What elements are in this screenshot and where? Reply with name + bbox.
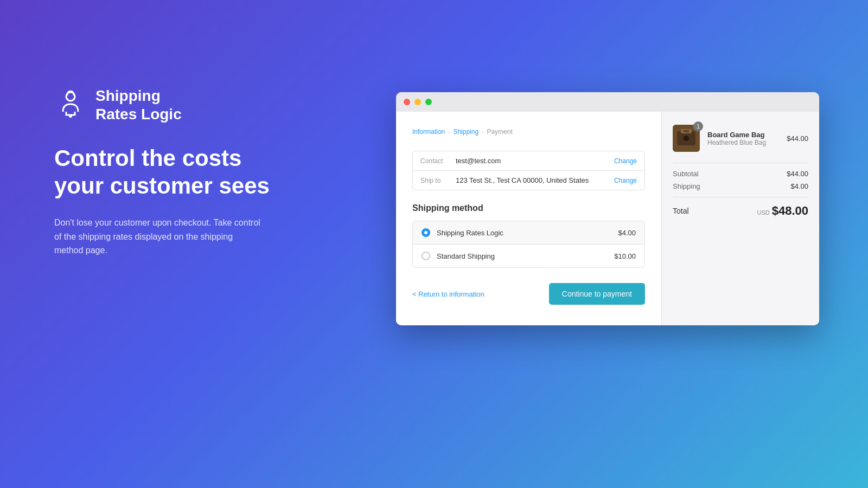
breadcrumb-payment: Payment	[487, 128, 512, 136]
subtotal-row: Subtotal $44.00	[673, 170, 808, 178]
left-panel: Shipping Rates Logic Control the costs y…	[54, 87, 326, 258]
item-price: $44.00	[787, 134, 808, 143]
subtotal-value: $44.00	[787, 170, 808, 178]
total-amount: $48.00	[772, 204, 808, 218]
option-name-0: Shipping Rates Logic	[437, 229, 611, 237]
dot-green[interactable]	[425, 99, 432, 105]
subtotal-label: Subtotal	[673, 170, 699, 178]
radio-standard-shipping[interactable]	[422, 252, 430, 260]
logo-area: Shipping Rates Logic	[54, 87, 326, 123]
radio-shipping-rates-logic[interactable]	[422, 228, 430, 237]
continue-to-payment-button[interactable]: Continue to payment	[549, 283, 645, 305]
browser-titlebar	[396, 92, 819, 112]
divider-1	[673, 163, 808, 163]
return-to-information-link[interactable]: Return to information	[412, 290, 484, 298]
dot-red[interactable]	[404, 99, 410, 105]
item-details: Board Game Bag Heathered Blue Bag	[707, 131, 779, 146]
item-name: Board Game Bag	[707, 131, 779, 139]
order-summary: 1 Board Game Bag Heathered Blue Bag $44.…	[662, 112, 819, 325]
shipto-row: Ship to 123 Test St., Test CA 00000, Uni…	[413, 171, 644, 190]
svg-rect-6	[684, 130, 689, 132]
shipping-option-0[interactable]: Shipping Rates Logic $4.00	[413, 221, 644, 245]
breadcrumb-shipping[interactable]: Shipping	[453, 128, 478, 136]
item-quantity-badge: 1	[693, 121, 703, 131]
breadcrumb-sep2: ›	[482, 129, 483, 135]
shipping-value: $4.00	[790, 182, 808, 190]
checkout-actions: Return to information Continue to paymen…	[412, 283, 645, 305]
contact-label: Contact	[420, 157, 456, 165]
option-name-1: Standard Shipping	[437, 252, 608, 260]
shipto-label: Ship to	[420, 177, 456, 184]
item-thumbnail: 1	[673, 125, 700, 152]
dot-yellow[interactable]	[414, 99, 421, 105]
divider-2	[673, 197, 808, 197]
item-variant: Heathered Blue Bag	[707, 139, 779, 146]
shipping-options: Shipping Rates Logic $4.00 Standard Ship…	[412, 221, 645, 268]
total-value: USD $48.00	[757, 204, 808, 218]
breadcrumb-information[interactable]: Information	[412, 128, 445, 136]
total-row: Total USD $48.00	[673, 204, 808, 218]
subtext: Don't lose your customer upon checkout. …	[54, 216, 260, 258]
logo-icon	[54, 89, 87, 121]
browser-content: Information › Shipping › Payment Contact…	[396, 112, 819, 325]
shipping-option-1[interactable]: Standard Shipping $10.00	[413, 245, 644, 267]
logo-text: Shipping Rates Logic	[95, 87, 182, 123]
breadcrumb: Information › Shipping › Payment	[412, 128, 645, 136]
total-currency: USD	[757, 209, 769, 216]
shipto-change-link[interactable]: Change	[614, 177, 637, 184]
breadcrumb-sep1: ›	[448, 129, 450, 135]
order-item: 1 Board Game Bag Heathered Blue Bag $44.…	[673, 125, 808, 152]
checkout-left: Information › Shipping › Payment Contact…	[396, 112, 662, 325]
shipping-method-title: Shipping method	[412, 203, 645, 213]
headline: Control the costs your customer sees	[54, 145, 326, 200]
info-table: Contact test@test.com Change Ship to 123…	[412, 151, 645, 190]
shipping-row: Shipping $4.00	[673, 182, 808, 190]
contact-change-link[interactable]: Change	[614, 157, 637, 165]
shipping-label: Shipping	[673, 182, 700, 190]
total-label: Total	[673, 207, 689, 215]
browser-window: Information › Shipping › Payment Contact…	[396, 92, 819, 325]
svg-point-1	[69, 114, 72, 118]
option-price-0: $4.00	[618, 229, 636, 237]
svg-point-5	[684, 136, 689, 141]
shipto-value: 123 Test St., Test CA 00000, United Stat…	[456, 176, 614, 184]
option-price-1: $10.00	[614, 252, 636, 260]
contact-value: test@test.com	[456, 157, 614, 165]
contact-row: Contact test@test.com Change	[413, 151, 644, 171]
